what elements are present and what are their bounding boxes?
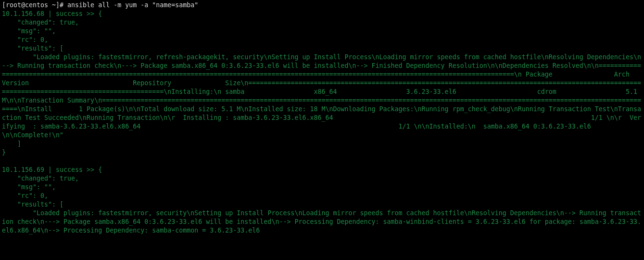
- ansible-host1-body: "changed": true, "msg": "", "rc": 0, "re…: [2, 19, 644, 156]
- ansible-host1-header: 10.1.156.68 | success >> {: [2, 10, 102, 17]
- terminal-output: [root@centos ~]# ansible all -m yum -a "…: [0, 0, 644, 236]
- shell-prompt-line: [root@centos ~]# ansible all -m yum -a "…: [2, 1, 198, 9]
- ansible-host2-header: 10.1.156.69 | success >> {: [2, 166, 102, 173]
- ansible-host2-body: "changed": true, "msg": "", "rc": 0, "re…: [2, 175, 641, 234]
